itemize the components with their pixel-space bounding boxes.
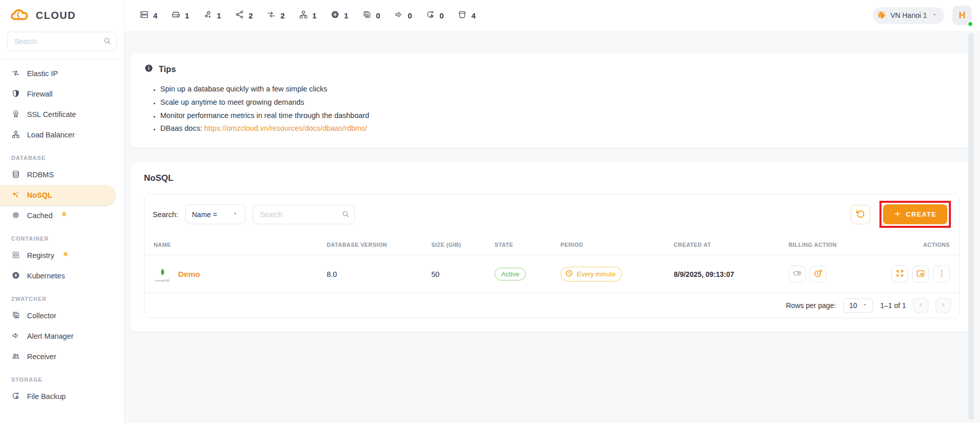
docs-link[interactable]: https://omzcloud.vn/resources/docs/dbaas… [204,124,367,132]
load-balancer-icon [11,130,20,140]
col-period: PERIOD [560,242,674,248]
tips-title: Tips [159,64,176,74]
stat-networks[interactable]: 2 [235,10,253,21]
refresh-button[interactable] [851,205,870,224]
share-icon [235,10,244,21]
stat-kubernetes[interactable]: 1 [330,10,348,21]
sidebar-item-file-backup[interactable]: File Backup [0,386,124,407]
stat-count: 1 [312,11,316,20]
extend-billing-button[interactable] [810,266,826,283]
sidebar-item-nosql[interactable]: NoSQL [0,185,116,205]
sidebar-item-elastic-ip[interactable]: Elastic IP [0,63,124,84]
sidebar-item-label: Collector [27,312,56,320]
stat-load-balancers[interactable]: 1 [299,10,316,21]
tip-item: DBaas docs: https://omzcloud.vn/resource… [160,122,960,135]
kubernetes-icon [11,271,20,281]
toggle-icon [792,268,802,280]
sidebar-item-label: Alert Manager [27,332,74,340]
col-size: SIZE (GIB) [431,242,495,248]
stat-buckets[interactable]: 4 [457,10,475,21]
sidebar-item-label: Kubernetes [27,272,65,280]
kubernetes-icon [330,10,340,21]
elastic-ip-icon [266,10,276,21]
console-button[interactable] [912,266,929,283]
stat-elastic-ips[interactable]: 2 [266,10,284,21]
page-content: Tips Spin up a database quickly with a f… [125,31,980,423]
scrollbar[interactable] [968,33,974,420]
sidebar: CLOUD Elastic IP Firewall SSL Certificat… [0,0,125,423]
more-actions-button[interactable] [933,266,950,283]
sidebar-item-ssl-certificate[interactable]: SSL Certificate [0,104,124,125]
sidebar-item-label: Firewall [27,90,53,98]
sidebar-section-zwatcher: ZWATCHER [0,286,124,306]
billing-toggle-button[interactable] [789,266,805,283]
people-icon [11,351,20,362]
annotation-highlight-box: CREATE [879,201,951,228]
rows-per-page-select[interactable]: 10 [843,298,873,313]
sidebar-item-rdbms[interactable]: RDBMS [0,165,124,185]
sidebar-item-label: RDBMS [27,171,54,179]
table-row: mongoDB Demo 8.0 50 Active Every minute [144,255,959,293]
sidebar-item-firewall[interactable]: Firewall [0,84,124,104]
sidebar-item-label: NoSQL [27,191,52,199]
next-page-button[interactable] [936,298,951,313]
sidebar-nav: Elastic IP Firewall SSL Certificate Load… [0,59,124,407]
instance-name-link[interactable]: Demo [178,270,200,279]
col-name: NAME [154,242,327,248]
region-selector[interactable]: VN Hanoi 1 [873,7,944,24]
cell-actions [878,266,950,283]
stat-clusters[interactable]: 1 [203,10,221,21]
stat-volumes[interactable]: 1 [171,10,189,21]
stat-collectors[interactable]: 0 [362,10,380,21]
refresh-icon [855,208,866,221]
cell-created-at: 8/9/2025, 09:13:07 [674,270,789,278]
stat-count: 0 [376,11,380,20]
sidebar-item-receiver[interactable]: Receiver [0,346,124,367]
sidebar-item-kubernetes[interactable]: Kubernetes [0,266,124,286]
table-search-input[interactable] [253,205,355,224]
load-balancer-icon [299,10,308,21]
cell-size: 50 [431,270,495,278]
stat-count: 0 [408,11,412,20]
copy-icon [11,311,20,321]
create-button[interactable]: CREATE [883,204,947,224]
bell-icon [62,251,69,260]
topbar: 4 1 1 2 2 [125,0,980,31]
tip-item: Monitor performance metrics in real time… [160,109,960,123]
copy-icon [362,10,372,21]
previous-page-button[interactable] [913,298,928,313]
panel-title: NoSQL [144,173,960,183]
chevron-right-icon [939,301,947,311]
table-container: Search: Name = [144,194,960,318]
stat-alerts[interactable]: 0 [394,10,412,21]
restore-icon [11,391,20,402]
chevron-down-icon [862,301,868,310]
filter-field-select[interactable]: Name = [185,204,246,224]
sidebar-item-registry[interactable]: Registry [0,245,124,266]
chevron-left-icon [917,301,925,311]
engine-label: mongoDB [154,279,171,282]
pagination-range: 1–1 of 1 [880,301,906,310]
sidebar-item-label: Load Balancer [27,131,75,139]
logo[interactable]: CLOUD [0,0,124,30]
speaker-icon [394,10,404,21]
elastic-ip-icon [11,68,20,79]
info-icon [144,63,154,75]
speaker-icon [11,331,20,342]
sidebar-section-storage: STORAGE [0,367,124,386]
cell-version: 8.0 [327,270,431,278]
sidebar-item-cached[interactable]: Cached [0,205,124,226]
avatar[interactable]: H [952,6,972,25]
nosql-panel: NoSQL Search: Name = [131,162,973,332]
stat-instances[interactable]: 4 [139,10,157,21]
dots-vertical-icon [937,269,946,279]
sidebar-item-collector[interactable]: Collector [0,306,124,326]
sidebar-item-label: SSL Certificate [27,110,76,119]
stat-backups[interactable]: 0 [426,10,444,21]
window-icon [916,269,925,280]
sidebar-item-load-balancer[interactable]: Load Balancer [0,125,124,145]
expand-button[interactable] [891,266,908,283]
chevron-down-icon [931,11,938,20]
sidebar-item-alert-manager[interactable]: Alert Manager [0,326,124,346]
sidebar-search-input[interactable] [7,32,117,51]
